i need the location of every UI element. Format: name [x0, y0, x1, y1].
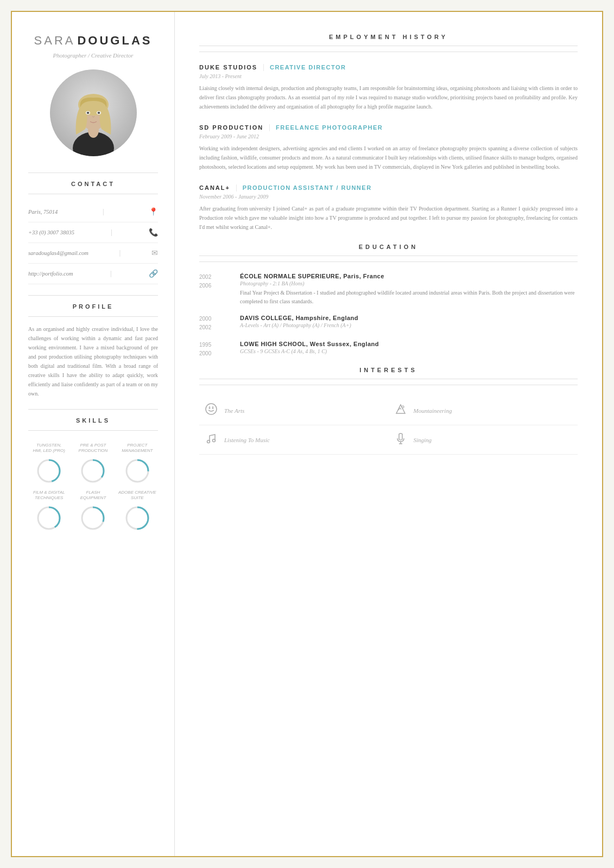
job-entry-3: CANAL+ | PRODUCTION ASSISTANT / RUNNER N…: [199, 183, 578, 232]
svg-point-26: [207, 441, 210, 443]
last-name: DOUGLAS: [77, 34, 152, 47]
education-divider: [199, 261, 578, 262]
edu-degree-2: A-Levels - Art (A) / Photography (A) / F…: [240, 322, 358, 328]
edu-degree-1: Photography - 2:1 BA (Hons): [240, 280, 578, 286]
contact-website: http://portfolio.com | 🔗: [28, 264, 158, 284]
edu-desc-1: Final Year Project & Dissertation - I st…: [240, 289, 578, 306]
interests-divider-top: [199, 379, 578, 379]
left-column: SARA DOUGLAS Photographer / Creative Dir…: [12, 12, 175, 856]
contact-address-text: Paris, 75014: [28, 209, 58, 215]
edu-years-2: 2000 2002: [199, 315, 229, 332]
skill-label-2: PRE & POSTPRODUCTION: [79, 443, 108, 454]
contact-phone-text: +33 (0) 3007 38035: [28, 229, 74, 235]
job-dates-3: November 2006 - January 2009: [199, 194, 578, 200]
svg-point-22: [206, 404, 217, 414]
interest-mountaineering: Mountaineering: [389, 396, 578, 425]
skill-label-5: FLASHEQUIPMENT: [80, 490, 106, 501]
employment-title: EMPLOYMENT HISTORY: [199, 34, 578, 40]
link-icon: 🔗: [149, 269, 158, 278]
contact-phone: +33 (0) 3007 38035 | 📞: [28, 222, 158, 243]
right-column: EMPLOYMENT HISTORY DUKE STUDIOS | CREATI…: [175, 12, 602, 856]
job-company-1: DUKE STUDIOS: [199, 64, 257, 71]
edu-content-2: DAVIS COLLEGE, Hampshire, England A-Leve…: [240, 315, 358, 332]
contact-address: Paris, 75014 | 📍: [28, 202, 158, 222]
edu-school-3: LOWE HIGH SCHOOL, West Sussex, England: [240, 341, 379, 347]
skills-divider-top: [28, 409, 158, 410]
mountain-icon: [394, 403, 407, 418]
profile-photo: [50, 69, 137, 156]
svg-point-24: [212, 407, 214, 409]
edu-years-1: 2002 2006: [199, 273, 229, 306]
edu-year-end-1: 2006: [199, 282, 229, 290]
job-role-2: FREELANCE PHOTOGRAPHER: [276, 124, 383, 131]
svg-point-9: [97, 112, 100, 114]
name-section: SARA DOUGLAS: [34, 34, 153, 48]
job-header-1: DUKE STUDIOS | CREATIVE DIRECTOR: [199, 63, 578, 72]
employment-divider: [199, 52, 578, 52]
skill-label-1: TUNGSTEN,HMI, LED (PRO): [33, 443, 65, 454]
person-subtitle: Photographer / Creative Director: [53, 52, 134, 59]
edu-content-1: ÉCOLE NORMALE SUPERIEURE, Paris, France …: [240, 273, 578, 306]
employment-divider-top: [199, 46, 578, 46]
skill-label-4: FILM & DIGITALTECHNIQUES: [33, 490, 65, 501]
svg-point-23: [209, 407, 211, 409]
edu-school-1: ÉCOLE NORMALE SUPERIEURE, Paris, France: [240, 273, 578, 279]
phone-icon: 📞: [149, 228, 158, 237]
contact-title: CONTACT: [71, 181, 115, 187]
singing-icon: [394, 432, 407, 448]
job-desc-1: Liaising closely with internal design, p…: [199, 84, 578, 111]
edu-year-end-2: 2002: [199, 323, 229, 332]
edu-entry-3: 1995 2000 LOWE HIGH SCHOOL, West Sussex,…: [199, 341, 578, 358]
job-role-1: CREATIVE DIRECTOR: [270, 64, 346, 71]
contact-divider: [28, 194, 158, 194]
job-entry-1: DUKE STUDIOS | CREATIVE DIRECTOR July 20…: [199, 63, 578, 111]
job-dates-2: February 2009 - June 2012: [199, 133, 578, 139]
theatre-icon: [205, 403, 218, 418]
svg-point-8: [86, 112, 89, 114]
edu-year-start-3: 1995: [199, 341, 229, 349]
contact-email-text: saradouglas4@gmail.com: [28, 250, 88, 256]
contact-email: saradouglas4@gmail.com | ✉: [28, 243, 158, 264]
interest-music-label: Listening To Music: [224, 437, 270, 443]
edu-years-3: 1995 2000: [199, 341, 229, 358]
job-company-2: SD PRODUCTION: [199, 124, 263, 131]
skill-pre-post: PRE & POSTPRODUCTION: [72, 443, 113, 484]
profile-divider: [28, 316, 158, 317]
contact-website-text: http://portfolio.com: [28, 271, 73, 277]
skill-label-6: ADOBE CREATIVESUITE: [118, 490, 156, 501]
job-dates-1: July 2013 - Present: [199, 73, 578, 79]
interest-arts-label: The Arts: [224, 407, 244, 414]
skill-film: FILM & DIGITALTECHNIQUES: [28, 490, 69, 532]
skill-flash: FLASHEQUIPMENT: [72, 490, 113, 532]
edu-entry-1: 2002 2006 ÉCOLE NORMALE SUPERIEURE, Pari…: [199, 273, 578, 306]
skills-grid: TUNGSTEN,HMI, LED (PRO) PRE & POSTPRODUC…: [28, 443, 158, 532]
skill-adobe: ADOBE CREATIVESUITE: [117, 490, 158, 532]
svg-point-27: [213, 439, 216, 442]
job-company-3: CANAL+: [199, 184, 230, 191]
resume-document: SARA DOUGLAS Photographer / Creative Dir…: [11, 11, 603, 857]
email-icon: ✉: [151, 248, 158, 258]
skill-project: PROJECTMANAGEMENT: [117, 443, 158, 484]
edu-degree-3: GCSEs - 9 GCSEs A-C (4 As, 4 Bs, 1 C): [240, 348, 379, 354]
skill-label-3: PROJECTMANAGEMENT: [122, 443, 153, 454]
job-role-3: PRODUCTION ASSISTANT / RUNNER: [243, 184, 372, 191]
job-desc-2: Working with independent designers, adve…: [199, 144, 578, 171]
profile-text: As an organised and highly creative indi…: [28, 324, 158, 398]
svg-point-25: [402, 406, 404, 408]
first-name: SARA: [34, 34, 75, 47]
interest-arts: The Arts: [199, 396, 389, 425]
interest-music: Listening To Music: [199, 425, 389, 455]
edu-year-start-2: 2000: [199, 315, 229, 323]
location-icon: 📍: [149, 207, 158, 216]
education-divider-top: [199, 256, 578, 256]
job-header-3: CANAL+ | PRODUCTION ASSISTANT / RUNNER: [199, 183, 578, 192]
edu-year-end-3: 2000: [199, 349, 229, 358]
job-entry-2: SD PRODUCTION | FREELANCE PHOTOGRAPHER F…: [199, 123, 578, 171]
job-header-2: SD PRODUCTION | FREELANCE PHOTOGRAPHER: [199, 123, 578, 132]
edu-content-3: LOWE HIGH SCHOOL, West Sussex, England G…: [240, 341, 379, 358]
profile-title: PROFILE: [73, 303, 114, 310]
interests-title: INTERESTS: [199, 367, 578, 373]
contact-list: Paris, 75014 | 📍 +33 (0) 3007 38035 | 📞 …: [28, 202, 158, 284]
interest-singing: Singing: [389, 425, 578, 455]
interests-grid: The Arts Mountaineering: [199, 396, 578, 455]
